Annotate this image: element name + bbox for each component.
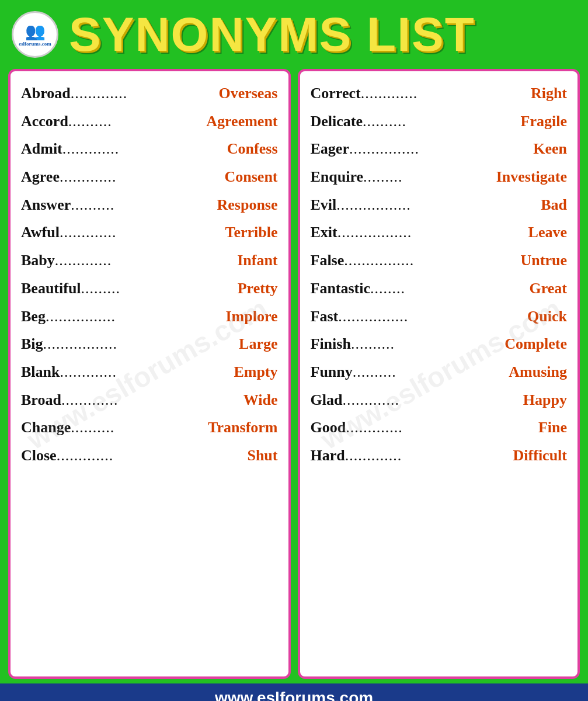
word-left: Exit xyxy=(311,221,338,244)
word-right: Overseas xyxy=(218,82,277,105)
word-right: Great xyxy=(530,277,568,300)
word-left: Fantastic xyxy=(311,277,371,300)
word-right: Pretty xyxy=(238,277,278,300)
list-item: Baby ............. Infant xyxy=(21,247,278,275)
list-item: Exit ................. Leave xyxy=(311,218,568,247)
list-item: Finish .......... Complete xyxy=(311,330,568,358)
dots: .......... xyxy=(71,194,217,216)
list-item: Funny .......... Amusing xyxy=(311,358,568,386)
list-item: Awful ............. Terrible xyxy=(21,218,278,247)
dots: ................ xyxy=(349,138,533,160)
word-left: Enquire xyxy=(311,166,364,188)
word-left: Agree xyxy=(21,166,60,188)
word-left: False xyxy=(311,249,345,272)
word-right: Complete xyxy=(505,333,567,355)
word-right: Fragile xyxy=(521,110,567,133)
dots: ............. xyxy=(60,361,234,383)
dots: ............. xyxy=(361,82,531,105)
footer-url: www.eslforums.com xyxy=(215,689,373,701)
right-column: Correct ............. Right Delicate ...… xyxy=(298,69,580,679)
word-right: Large xyxy=(239,333,277,355)
word-left: Beautiful xyxy=(21,277,81,300)
dots: ............. xyxy=(345,445,513,467)
dots: ................. xyxy=(43,333,239,355)
word-right: Agreement xyxy=(206,110,277,133)
word-right: Fine xyxy=(538,417,567,439)
list-item: Beautiful ......... Pretty xyxy=(21,275,278,303)
word-right: Terrible xyxy=(225,221,277,244)
dots: ......... xyxy=(81,277,238,300)
dots: .......... xyxy=(71,417,208,439)
dots: ............. xyxy=(346,417,538,439)
dots: ............. xyxy=(71,82,219,105)
word-left: Beg xyxy=(21,306,46,328)
page-title: SYNONYMS LIST xyxy=(69,11,475,58)
dots: ............. xyxy=(55,249,237,272)
list-item: Close ............. Shut xyxy=(21,442,278,470)
dots: ................ xyxy=(46,306,226,328)
list-item: Delicate .......... Fragile xyxy=(311,107,568,136)
dots: ............. xyxy=(60,221,225,244)
list-item: Eager ................ Keen xyxy=(311,135,568,163)
list-item: Accord .......... Agreement xyxy=(21,107,278,136)
left-column: Abroad ............. Overseas Accord ...… xyxy=(8,69,291,679)
word-left: Finish xyxy=(311,333,351,355)
word-left: Funny xyxy=(311,361,353,383)
list-item: Enquire ......... Investigate xyxy=(311,163,568,191)
word-right: Shut xyxy=(247,445,277,467)
word-right: Transform xyxy=(208,417,277,439)
dots: ............. xyxy=(60,166,225,188)
dots: ................ xyxy=(344,249,520,272)
dots: .......... xyxy=(68,110,206,133)
dots: ............. xyxy=(342,389,523,411)
word-right: Implore xyxy=(225,306,277,328)
dots: ................ xyxy=(338,306,527,328)
word-left: Admit xyxy=(21,138,62,160)
dots: ............. xyxy=(61,389,243,411)
word-right: Empty xyxy=(234,361,277,383)
logo-icon: 👥 xyxy=(25,22,46,41)
list-item: Good ............. Fine xyxy=(311,414,568,442)
dots: ........ xyxy=(370,277,529,300)
word-left: Glad xyxy=(311,389,343,411)
word-right: Response xyxy=(217,194,277,216)
list-item: Change .......... Transform xyxy=(21,414,278,442)
word-right: Quick xyxy=(527,306,567,328)
word-right: Bad xyxy=(541,194,567,216)
word-right: Difficult xyxy=(513,445,567,467)
dots: ................. xyxy=(338,221,528,244)
word-right: Keen xyxy=(533,138,567,160)
dots: .......... xyxy=(363,110,521,133)
list-item: False ................ Untrue xyxy=(311,247,568,275)
list-item: Blank ............. Empty xyxy=(21,358,278,386)
word-right: Investigate xyxy=(496,166,567,188)
word-left: Broad xyxy=(21,389,61,411)
word-left: Change xyxy=(21,417,71,439)
dots: .......... xyxy=(353,361,509,383)
word-right: Confess xyxy=(227,138,278,160)
word-left: Good xyxy=(311,417,346,439)
list-item: Fast ................ Quick xyxy=(311,303,568,331)
dots: ............. xyxy=(57,445,248,467)
list-item: Evil ................. Bad xyxy=(311,191,568,219)
list-item: Correct ............. Right xyxy=(311,79,568,107)
list-item: Broad ............. Wide xyxy=(21,386,278,414)
word-right: Infant xyxy=(237,249,277,272)
list-item: Abroad ............. Overseas xyxy=(21,79,278,107)
header: 👥 eslforums.com SYNONYMS LIST xyxy=(0,0,588,64)
word-right: Consent xyxy=(224,166,277,188)
word-left: Accord xyxy=(21,110,68,133)
dots: .......... xyxy=(351,333,505,355)
logo: 👥 eslforums.com xyxy=(12,11,58,58)
list-item: Hard ............. Difficult xyxy=(311,442,568,470)
logo-site-text: eslforums.com xyxy=(19,41,51,47)
list-item: Admit ............. Confess xyxy=(21,135,278,163)
word-left: Evil xyxy=(311,194,337,216)
word-left: Answer xyxy=(21,194,71,216)
word-right: Untrue xyxy=(521,249,567,272)
content-area: www.eslforums.com www.eslforums.com Abro… xyxy=(0,64,588,683)
word-right: Happy xyxy=(523,389,567,411)
list-item: Fantastic ........ Great xyxy=(311,275,568,303)
word-left: Abroad xyxy=(21,82,71,105)
word-left: Correct xyxy=(311,82,361,105)
